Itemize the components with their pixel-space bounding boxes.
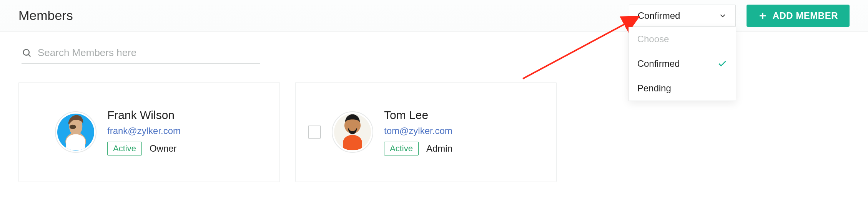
check-icon bbox=[717, 59, 727, 69]
plus-icon bbox=[758, 11, 767, 20]
chevron-down-icon bbox=[718, 12, 727, 20]
filter-selected-label: Confirmed bbox=[638, 10, 680, 21]
member-email[interactable]: tom@zylker.com bbox=[384, 126, 452, 136]
status-badge: Active bbox=[107, 142, 142, 155]
avatar bbox=[332, 111, 373, 153]
member-checkbox[interactable] bbox=[308, 126, 321, 139]
member-card: Frank Wilson frank@zylker.com Active Own… bbox=[18, 82, 280, 182]
add-member-button[interactable]: ADD MEMBER bbox=[747, 5, 850, 27]
member-role: Admin bbox=[426, 143, 452, 154]
members-grid: Frank Wilson frank@zylker.com Active Own… bbox=[0, 64, 868, 182]
svg-point-4 bbox=[70, 125, 76, 129]
filter-select[interactable]: Confirmed bbox=[629, 5, 736, 27]
member-name: Tom Lee bbox=[384, 109, 452, 122]
filter-dropdown-menu: Choose Confirmed Pending bbox=[629, 27, 736, 101]
avatar bbox=[55, 111, 96, 153]
search-row bbox=[0, 31, 868, 64]
status-badge: Active bbox=[384, 142, 419, 155]
page-title: Members bbox=[18, 8, 73, 23]
filter-option-confirmed[interactable]: Confirmed bbox=[629, 51, 736, 76]
member-email[interactable]: frank@zylker.com bbox=[107, 126, 181, 136]
member-role: Owner bbox=[150, 143, 177, 154]
filter-option-placeholder: Choose bbox=[629, 27, 736, 51]
search-input[interactable] bbox=[38, 47, 260, 59]
svg-point-2 bbox=[23, 49, 29, 55]
search-icon bbox=[22, 48, 32, 58]
svg-line-3 bbox=[28, 54, 31, 56]
add-member-label: ADD MEMBER bbox=[773, 10, 838, 21]
member-name: Frank Wilson bbox=[107, 109, 181, 122]
page-header: Members Confirmed Choose Confirmed Pendi… bbox=[0, 0, 868, 31]
member-card: Tom Lee tom@zylker.com Active Admin bbox=[295, 82, 557, 182]
filter-dropdown: Confirmed Choose Confirmed Pending bbox=[629, 5, 736, 27]
search-box[interactable] bbox=[22, 47, 260, 64]
filter-option-pending[interactable]: Pending bbox=[629, 76, 736, 101]
